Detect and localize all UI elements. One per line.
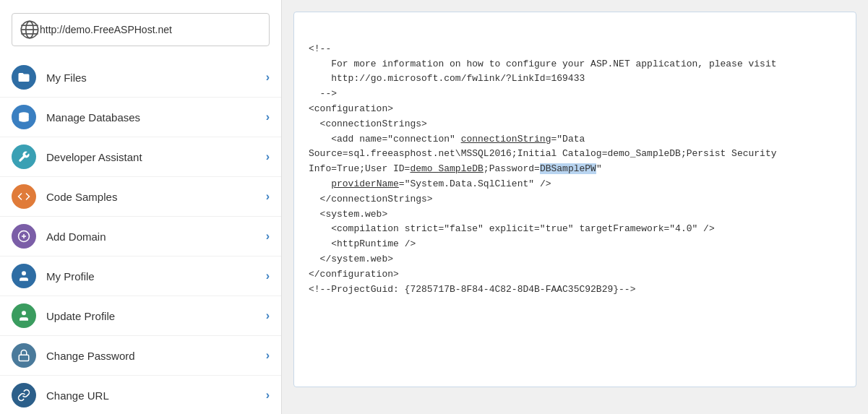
sidebar-item-add-domain[interactable]: Add Domain › [0,217,281,256]
add-domain-label: Add Domain [46,230,266,243]
globe-icon [20,20,40,40]
code-samples-arrow: › [266,190,270,203]
connection-string-attr: connectionString [461,134,551,145]
my-profile-icon [12,264,36,288]
sidebar: http://demo.FreeASPHost.net My Files › M… [0,0,282,414]
add-domain-arrow: › [266,230,270,243]
main-content: <!-- For more information on how to conf… [282,0,868,414]
svg-point-9 [22,271,26,275]
developer-assistant-label: Developer Assistant [46,151,266,163]
svg-point-10 [22,311,26,315]
code-samples-label: Code Samples [46,191,266,203]
xml-content: <!-- For more information on how to conf… [309,43,777,295]
sidebar-item-code-samples[interactable]: Code Samples › [0,177,281,217]
sidebar-item-my-profile[interactable]: My Profile › [0,256,281,296]
update-profile-label: Update Profile [46,310,266,322]
my-files-label: My Files [46,72,266,84]
sidebar-item-update-profile[interactable]: Update Profile › [0,296,281,336]
sidebar-item-change-url[interactable]: Change URL › [0,376,281,414]
sidebar-item-developer-assistant[interactable]: Developer Assistant › [0,137,281,177]
my-profile-label: My Profile [46,270,266,283]
sidebar-item-manage-databases[interactable]: Manage Databases › [0,98,281,137]
change-password-icon [12,343,36,368]
my-files-icon [12,65,36,90]
developer-assistant-arrow: › [266,150,270,163]
change-password-label: Change Password [46,350,266,362]
svg-rect-11 [19,355,29,361]
manage-databases-arrow: › [266,111,270,124]
my-files-arrow: › [266,71,270,84]
manage-databases-icon [12,105,36,129]
my-profile-arrow: › [266,269,270,283]
update-profile-arrow: › [266,309,270,322]
code-samples-icon [12,184,36,209]
change-url-icon [12,383,36,407]
update-profile-icon [12,303,36,328]
change-url-arrow: › [266,389,270,402]
provider-name-attr: providerName [331,178,399,189]
developer-assistant-icon [12,145,36,169]
sidebar-item-my-files[interactable]: My Files › [0,58,281,98]
manage-databases-label: Manage Databases [46,111,266,124]
password-value: DBSamplePW [540,163,596,174]
url-text: http://demo.FreeASPHost.net [40,24,172,35]
url-bar[interactable]: http://demo.FreeASPHost.net [12,13,270,46]
sidebar-nav: My Files › Manage Databases › Developer … [0,58,281,414]
xml-panel: <!-- For more information on how to conf… [293,12,856,387]
change-password-arrow: › [266,349,270,362]
user-id-value: demo_SampleDB [410,163,483,174]
add-domain-icon [12,224,36,249]
sidebar-item-change-password[interactable]: Change Password › [0,336,281,376]
change-url-label: Change URL [46,389,266,402]
